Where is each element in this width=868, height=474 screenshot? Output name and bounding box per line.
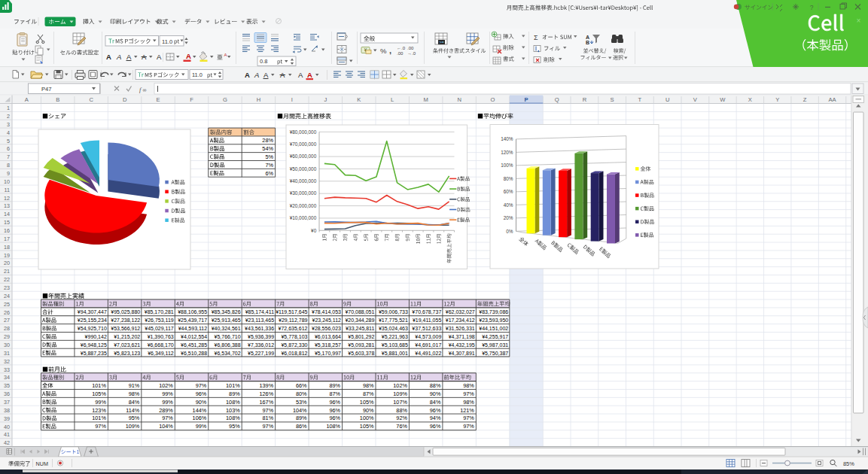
svg-text:%: % (380, 47, 387, 55)
svg-text:98%: 98% (463, 382, 474, 389)
svg-text:289%: 289% (159, 407, 173, 414)
svg-text:21: 21 (4, 268, 10, 275)
svg-text:¥4,573,009: ¥4,573,009 (415, 334, 441, 339)
svg-text:A: A (224, 53, 227, 57)
svg-text:A: A (586, 35, 589, 40)
svg-text:1: 1 (7, 105, 10, 111)
svg-text:19: 19 (4, 252, 10, 259)
svg-text:A: A (298, 71, 303, 79)
svg-text:¥1,390,763: ¥1,390,763 (148, 334, 174, 339)
svg-text:¥35,024,463: ¥35,024,463 (379, 326, 408, 331)
svg-text:35: 35 (4, 382, 10, 389)
svg-text:M: M (424, 96, 428, 103)
svg-text:30: 30 (4, 342, 10, 348)
svg-text:96%: 96% (329, 407, 340, 414)
svg-text:¥19,411,055: ¥19,411,055 (413, 318, 442, 323)
svg-text:A: A (157, 53, 162, 61)
svg-text:¥5,227,199: ¥5,227,199 (248, 351, 274, 356)
svg-text:100%: 100% (360, 415, 374, 421)
svg-text:¥40,324,561: ¥40,324,561 (212, 326, 241, 331)
svg-text:97%: 97% (463, 415, 474, 421)
svg-text:¥5,801,292: ¥5,801,292 (348, 334, 374, 339)
svg-text:×: × (857, 17, 861, 25)
svg-text:109%: 109% (393, 390, 407, 397)
svg-text:¥119,517,645: ¥119,517,645 (276, 309, 307, 314)
svg-text:¥4,307,891: ¥4,307,891 (449, 351, 475, 356)
svg-text:A: A (106, 53, 111, 61)
svg-text:20: 20 (4, 260, 10, 266)
svg-text:11: 11 (5, 187, 10, 193)
svg-text:¥29,112,789: ¥29,112,789 (279, 318, 308, 323)
svg-text:98%: 98% (129, 390, 140, 397)
svg-text:102%: 102% (159, 382, 173, 389)
svg-text:K: K (357, 96, 361, 103)
svg-text:¥27,238,122: ¥27,238,122 (111, 318, 140, 323)
svg-text:91%: 91% (129, 382, 140, 389)
svg-text:¥78,414,053: ¥78,414,053 (312, 309, 341, 314)
svg-text:¥1,215,202: ¥1,215,202 (114, 334, 140, 339)
svg-text:¥5,318,257: ¥5,318,257 (315, 342, 341, 348)
svg-text:¥5,750,387: ¥5,750,387 (482, 351, 508, 356)
svg-text:¥30,000,000: ¥30,000,000 (290, 190, 317, 196)
svg-text:90%: 90% (430, 390, 441, 397)
svg-text:40: 40 (4, 424, 10, 430)
svg-text:¥5,936,399: ¥5,936,399 (248, 334, 274, 339)
svg-text:A: A (116, 53, 121, 61)
svg-text:120%: 120% (501, 150, 513, 155)
svg-text:¥95,025,880: ¥95,025,880 (111, 309, 140, 314)
svg-text:81%: 81% (263, 415, 274, 421)
svg-text:11.0: 11.0 (162, 38, 172, 45)
svg-text:96%: 96% (329, 399, 340, 406)
svg-text:P: P (524, 96, 528, 103)
svg-text:E: E (157, 96, 160, 103)
svg-text:?: ? (810, 4, 814, 11)
svg-text:¥62,032,027: ¥62,032,027 (446, 309, 475, 314)
svg-text:85%: 85% (843, 460, 854, 467)
svg-text:32: 32 (4, 358, 10, 365)
svg-text:80%: 80% (296, 390, 307, 397)
svg-text:104%: 104% (293, 407, 307, 414)
svg-text:36: 36 (4, 390, 10, 397)
svg-text:99%: 99% (162, 390, 173, 397)
svg-text:88%: 88% (430, 382, 441, 389)
svg-text:¥4,255,917: ¥4,255,917 (482, 334, 508, 339)
svg-text:13: 13 (4, 202, 10, 209)
svg-text:99%: 99% (162, 399, 173, 406)
svg-text:92%: 92% (396, 415, 407, 421)
svg-text:¥4,691,017: ¥4,691,017 (415, 342, 441, 348)
svg-text:108%: 108% (326, 423, 340, 430)
svg-text:,: , (389, 46, 391, 55)
svg-text:¥85,174,411: ¥85,174,411 (245, 309, 275, 314)
svg-text:¥5,103,685: ¥5,103,685 (382, 342, 408, 348)
svg-text:24: 24 (4, 293, 10, 299)
svg-text:¥44,151,002: ¥44,151,002 (479, 326, 508, 331)
svg-text:¥5,887,235: ¥5,887,235 (81, 351, 107, 356)
svg-text:105%: 105% (360, 423, 374, 430)
svg-text:90%: 90% (363, 407, 374, 414)
svg-text:¥20,344,289: ¥20,344,289 (345, 318, 374, 323)
svg-text:¥6,349,112: ¥6,349,112 (148, 351, 174, 356)
svg-text:18: 18 (4, 244, 10, 251)
svg-text:17: 17 (4, 235, 10, 242)
svg-text:97%: 97% (463, 390, 474, 397)
svg-text:28%: 28% (262, 137, 273, 144)
svg-text:97%: 97% (162, 415, 173, 421)
svg-text:3: 3 (7, 121, 10, 128)
svg-text:¥94,307,447: ¥94,307,447 (78, 309, 107, 314)
svg-text:G: G (223, 96, 227, 103)
svg-text:¥5,987,031: ¥5,987,031 (482, 342, 508, 348)
svg-text:T: T (638, 96, 642, 103)
svg-text:Q: Q (555, 96, 559, 103)
svg-text:4: 4 (7, 129, 10, 136)
svg-text:A: A (245, 71, 250, 79)
svg-text:¥5,778,103: ¥5,778,103 (281, 334, 307, 339)
svg-text:22: 22 (4, 276, 10, 283)
svg-text:95%: 95% (129, 415, 140, 421)
svg-text:¥44,593,112: ¥44,593,112 (178, 326, 208, 331)
svg-text:7%: 7% (265, 162, 273, 169)
svg-text:107%: 107% (393, 399, 407, 406)
svg-text:9: 9 (7, 170, 10, 177)
svg-text:¥70,088,051: ¥70,088,051 (345, 309, 374, 314)
svg-text:W: W (720, 96, 726, 103)
svg-text:¥5,881,001: ¥5,881,001 (382, 351, 408, 356)
